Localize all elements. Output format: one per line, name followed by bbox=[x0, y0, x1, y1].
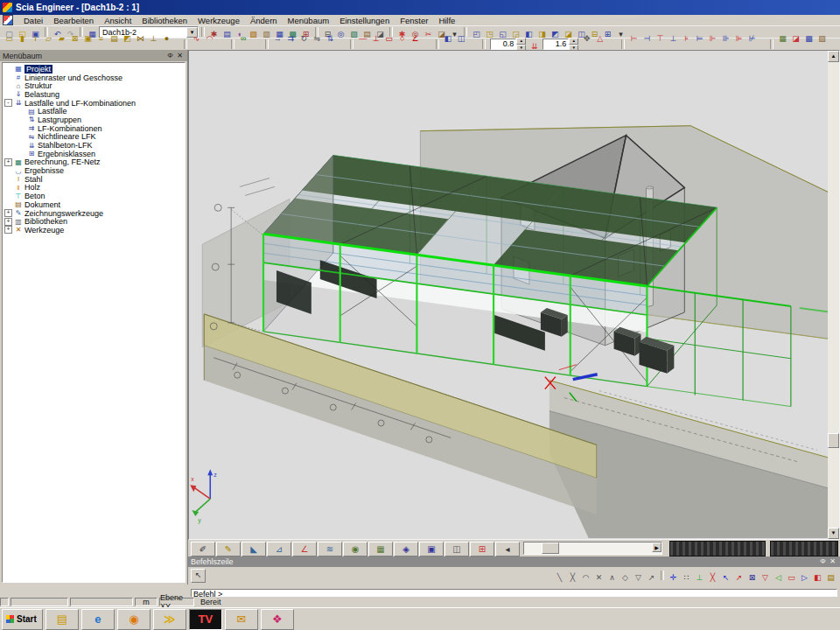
tree-expand-box[interactable]: + bbox=[4, 158, 12, 166]
snap-lines-button[interactable]: ▤ bbox=[824, 571, 837, 584]
scroll-up-icon[interactable]: ▲ bbox=[828, 51, 839, 62]
draw-perpendicular-button[interactable]: ⊥ bbox=[369, 33, 382, 45]
draw-curve-button[interactable]: ◠ bbox=[203, 33, 216, 45]
support-z-button[interactable]: ⊤ bbox=[654, 33, 667, 45]
tree-item-belastung[interactable]: ⇓ Belastung bbox=[3, 90, 185, 99]
taskbar-folder-button[interactable]: ▤ bbox=[46, 609, 79, 630]
hinge-end-button[interactable]: ⊨ bbox=[693, 33, 706, 45]
support-x-button[interactable]: ⊢ bbox=[627, 33, 640, 45]
taskbar-launch-button[interactable]: ≫ bbox=[153, 609, 186, 630]
load-panel-button[interactable]: ▤ bbox=[108, 33, 121, 45]
hinge-button[interactable]: ⋈ bbox=[134, 33, 147, 45]
draw-angle-button[interactable]: ∠ bbox=[409, 33, 422, 45]
multicopy-button[interactable]: ⇅ bbox=[324, 33, 337, 45]
display-scale-value[interactable]: 1.6 bbox=[542, 38, 569, 50]
snap-arc-button[interactable]: ◠ bbox=[579, 571, 592, 584]
hinge-both-button[interactable]: ⊩ bbox=[706, 33, 719, 45]
scroll-right-icon[interactable]: ▶ bbox=[652, 542, 662, 552]
connect-node-button[interactable]: ⊪ bbox=[719, 33, 732, 45]
tree-item-lf-kombinationen[interactable]: ⇉ LF-Kombinationen bbox=[3, 124, 185, 133]
spinner-up-icon[interactable]: ▴ bbox=[516, 38, 526, 45]
snap-perpendicular-button[interactable]: ⊥ bbox=[693, 571, 706, 584]
snap-midpoint-button[interactable]: ∧ bbox=[606, 571, 619, 584]
menu-item[interactable]: Ansicht bbox=[99, 16, 136, 25]
snap-intersect-button[interactable]: ╳ bbox=[706, 571, 719, 584]
snap-tangent-button[interactable]: ▽ bbox=[632, 571, 645, 584]
pin-icon[interactable]: Φ bbox=[165, 52, 175, 60]
tree-item-struktur[interactable]: ⌂ Struktur bbox=[3, 81, 185, 90]
stress-display-button[interactable]: ▨ bbox=[816, 33, 829, 45]
close-icon[interactable]: ✕ bbox=[175, 52, 185, 60]
view-params-button[interactable]: ◫ bbox=[444, 542, 469, 556]
tree-expand-box[interactable]: + bbox=[4, 209, 12, 217]
tree-item-ergebnisklassen[interactable]: ⊞ Ergebnisklassen bbox=[3, 150, 185, 158]
tree-item-bibliotheken[interactable]: + ▥ Bibliotheken bbox=[3, 217, 185, 226]
tree-item-zeichnungswerkzeuge[interactable]: + ✎ Zeichnungswerkzeuge bbox=[3, 209, 185, 218]
support-rx-button[interactable]: ⊥ bbox=[667, 33, 680, 45]
tree-item-projekt[interactable]: ▦ Projekt bbox=[3, 65, 185, 74]
tree-item-holz[interactable]: ‖ Holz bbox=[3, 184, 185, 192]
close-icon[interactable]: ✕ bbox=[828, 557, 837, 566]
snap-endpoint-button[interactable]: ╲ bbox=[553, 571, 566, 584]
rigid-arm-button[interactable]: ⊬ bbox=[746, 33, 759, 45]
draw-rectangle-button[interactable]: ▭ bbox=[382, 33, 396, 45]
beam-button[interactable]: ▭ bbox=[3, 33, 16, 45]
grid-toggle-button[interactable]: ⊞ bbox=[470, 542, 494, 556]
zoom-fit-button[interactable]: ≋ bbox=[318, 542, 342, 556]
visibility-selection-button[interactable]: ∞ bbox=[237, 33, 250, 45]
cross-section-button[interactable]: I bbox=[29, 33, 42, 45]
snap-box-button[interactable]: ⊠ bbox=[746, 571, 759, 584]
tree-expand-box[interactable]: + bbox=[4, 226, 12, 234]
arrow-scale-button[interactable]: △ bbox=[593, 33, 606, 45]
snap-edge-button[interactable]: ↗ bbox=[732, 571, 746, 584]
window-new-button[interactable]: ◧ bbox=[442, 33, 455, 45]
docked-panel-tab-1[interactable] bbox=[669, 541, 766, 556]
move-button[interactable]: → bbox=[271, 33, 284, 45]
render-mode-button[interactable]: ▦ bbox=[368, 542, 393, 556]
hinge-start-button[interactable]: ⊧ bbox=[680, 33, 693, 45]
opening-button[interactable]: ⊠ bbox=[68, 33, 81, 45]
tree-item-beton[interactable]: ⊤ Beton bbox=[3, 192, 185, 200]
tree-item-ergebnisse[interactable]: ◡ Ergebnisse bbox=[3, 166, 185, 175]
link-member-button[interactable]: ⊫ bbox=[732, 33, 746, 45]
tree-item-lastfaelle-lfk[interactable]: - ⇊ Lastfälle und LF-Kombinationen bbox=[3, 99, 185, 108]
tree-item-berechnung[interactable]: + ▦ Berechnung, FE-Netz bbox=[3, 158, 185, 167]
menu-item[interactable]: Bibliotheken bbox=[136, 16, 192, 25]
snap-off-button[interactable]: ✕ bbox=[592, 571, 606, 584]
view-perspective-button[interactable]: ⊿ bbox=[267, 542, 291, 556]
spinner-up-icon[interactable]: ▴ bbox=[569, 38, 578, 45]
snap-tri-right-button[interactable]: ▷ bbox=[798, 571, 811, 584]
column-button[interactable]: ▮ bbox=[16, 33, 29, 45]
snap-polar-button[interactable]: ↗ bbox=[645, 571, 658, 584]
edit-view-button[interactable]: ✎ bbox=[216, 542, 241, 556]
taskbar-wintv-button[interactable]: TV bbox=[189, 609, 222, 630]
tree-item-werkzeuge[interactable]: + ✕ Werkzeuge bbox=[3, 226, 185, 234]
copy-button[interactable]: ⇉ bbox=[284, 33, 298, 45]
horizontal-scrollbar[interactable]: ▶ bbox=[523, 542, 662, 555]
taskbar-scia-button[interactable]: ❖ bbox=[261, 609, 294, 630]
collapse-toolbar-button[interactable]: ◂ bbox=[495, 542, 520, 556]
vertical-scrollbar-thumb[interactable] bbox=[828, 433, 839, 448]
window-split-button[interactable]: ◫ bbox=[455, 33, 468, 45]
docked-panel-tab-2[interactable] bbox=[770, 541, 838, 556]
draw-line-button[interactable]: — bbox=[356, 33, 369, 45]
volumes-button[interactable]: ◈ bbox=[394, 542, 418, 556]
vertical-scrollbar[interactable]: ▲ ▼ bbox=[828, 51, 839, 539]
taskbar-ie-button[interactable]: e bbox=[81, 609, 115, 630]
tree-item-nichtlineare-lfk[interactable]: ⇋ Nichtlineare LFK bbox=[3, 133, 185, 142]
taskbar-mediaplayer-button[interactable]: ◉ bbox=[117, 609, 150, 630]
tree-item-linienraster[interactable]: # Linienraster und Geschosse bbox=[3, 74, 185, 82]
snap-tri-left-button[interactable]: ◁ bbox=[772, 571, 785, 584]
snap-cursor-button[interactable]: ✛ bbox=[667, 571, 680, 584]
plate-button[interactable]: ▱ bbox=[42, 33, 55, 45]
support-button[interactable]: ⊥ bbox=[147, 33, 160, 45]
tree-item-lastgruppen[interactable]: ⇅ Lastgruppen bbox=[3, 116, 185, 124]
rib-button[interactable]: ≡ bbox=[94, 33, 108, 45]
snap-half-button[interactable]: ◧ bbox=[811, 571, 824, 584]
support-y-button[interactable]: ⊣ bbox=[640, 33, 654, 45]
tree-item-lastfaelle[interactable]: ▤ Lastfälle bbox=[3, 107, 185, 116]
snap-intersection-button[interactable]: ╳ bbox=[566, 571, 579, 584]
deform-display-button[interactable]: ▩ bbox=[802, 33, 816, 45]
snap-dot-grid-button[interactable]: ∷ bbox=[680, 571, 693, 584]
load-scale-value[interactable]: 0.8 bbox=[490, 38, 516, 50]
